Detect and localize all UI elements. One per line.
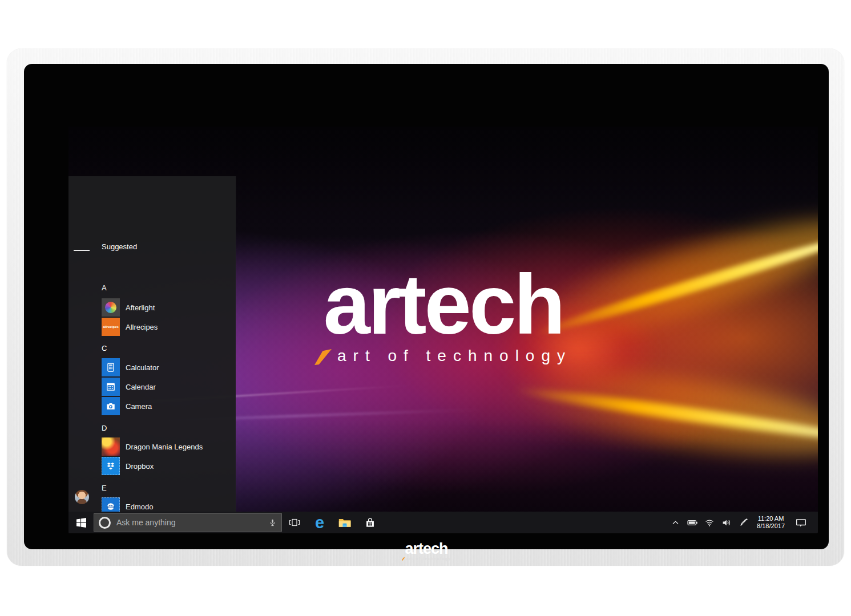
start-button[interactable]	[68, 512, 94, 533]
user-avatar[interactable]	[74, 489, 90, 505]
section-letter-E[interactable]: E	[102, 484, 107, 492]
app-label: Edmodo	[126, 502, 153, 511]
section-letter-D[interactable]: D	[102, 424, 107, 432]
tray-expand-button[interactable]	[667, 512, 684, 533]
camera-icon	[102, 397, 120, 415]
system-tray: 11:20 AM 8/18/2017	[667, 512, 818, 533]
dropbox-icon	[102, 457, 120, 475]
file-explorer-button[interactable]	[332, 512, 357, 533]
taskbar-search-box[interactable]	[94, 513, 282, 532]
app-label: Camera	[126, 402, 152, 411]
app-label: Allrecipes	[126, 323, 158, 331]
wifi-icon	[705, 518, 714, 527]
windows-logo-icon	[76, 518, 86, 528]
wallpaper-brand-logo: artech art of technology	[284, 270, 603, 365]
app-row-dropbox[interactable]: Dropbox	[102, 457, 230, 475]
bezel-brand-logo: artech art of technology	[402, 542, 451, 561]
app-label: Afterlight	[126, 303, 155, 312]
app-row-calendar[interactable]: Calendar	[102, 378, 230, 396]
bezel-brand-wedge-icon	[402, 557, 405, 561]
pen-icon	[739, 518, 748, 527]
app-row-afterlight[interactable]: Afterlight	[102, 298, 230, 317]
start-menu-rail	[68, 176, 95, 512]
clock-time: 11:20 AM	[757, 515, 785, 522]
volume-button[interactable]	[718, 512, 735, 533]
app-row-allrecipes[interactable]: allrecipes Allrecipes	[102, 318, 230, 336]
edge-button[interactable]: e	[307, 512, 332, 533]
clock-date: 8/18/2017	[757, 522, 785, 530]
tray-clock[interactable]: 11:20 AM 8/18/2017	[752, 515, 789, 530]
allrecipes-icon: allrecipes	[102, 318, 120, 336]
task-view-button[interactable]	[282, 512, 307, 533]
app-label: Dropbox	[126, 462, 154, 471]
battery-button[interactable]	[684, 512, 701, 533]
store-icon	[365, 517, 376, 528]
taskbar: e	[68, 512, 818, 533]
search-input[interactable]	[116, 518, 268, 527]
monitor-frame: artech art of technology	[7, 48, 844, 566]
screen: artech art of technology	[68, 127, 818, 533]
app-row-dragon-mania-legends[interactable]: Dragon Mania Legends	[102, 437, 230, 456]
cortana-icon	[99, 517, 111, 529]
action-center-button[interactable]	[789, 512, 812, 533]
app-row-calculator[interactable]: Calculator	[102, 358, 230, 376]
store-button[interactable]	[357, 512, 382, 533]
section-letter-C[interactable]: C	[102, 344, 107, 352]
avatar-photo	[75, 490, 89, 504]
action-center-icon	[796, 518, 806, 528]
app-label: Dragon Mania Legends	[126, 443, 203, 451]
microphone-icon[interactable]	[268, 518, 277, 527]
task-view-icon	[289, 517, 300, 528]
app-row-camera[interactable]: Camera	[102, 397, 230, 415]
app-label: Calculator	[126, 363, 159, 372]
dragon-mania-legends-icon	[102, 437, 120, 456]
wallpaper-brand-word: artech	[284, 270, 603, 339]
battery-icon	[687, 518, 698, 527]
wallpaper-brand-tagline: art of technology	[337, 347, 572, 365]
pen-button[interactable]	[735, 512, 752, 533]
chevron-up-icon	[672, 519, 679, 526]
section-letter-A[interactable]: A	[102, 283, 107, 292]
bezel-brand-tagline: art of technology	[406, 557, 451, 561]
start-menu: Suggested A Afterlight allrecipes Allrec…	[68, 176, 236, 512]
volume-icon	[722, 518, 732, 527]
brand-wedge-icon	[314, 349, 332, 365]
edge-icon: e	[315, 514, 324, 531]
bezel-brand-word: artech	[402, 542, 451, 556]
monitor-bezel: artech art of technology	[24, 64, 829, 549]
app-label: Calendar	[126, 383, 156, 391]
wifi-button[interactable]	[701, 512, 718, 533]
calculator-icon	[102, 358, 120, 376]
afterlight-icon	[102, 298, 120, 317]
hamburger-menu-icon[interactable]	[74, 242, 90, 258]
suggested-header: Suggested	[102, 242, 137, 251]
file-explorer-icon	[338, 517, 352, 528]
calendar-icon	[102, 378, 120, 396]
